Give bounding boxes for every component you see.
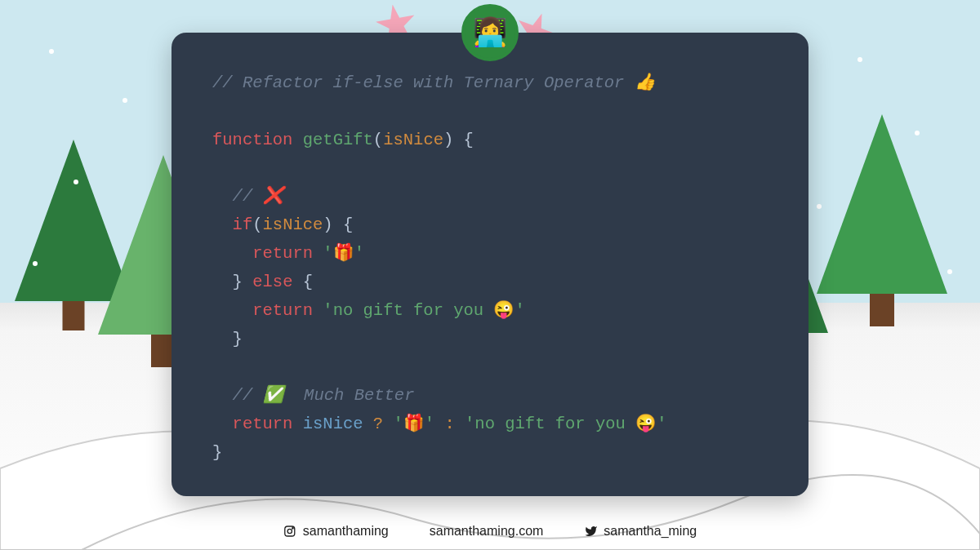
svg-point-1 — [287, 529, 292, 533]
keyword-if: if — [233, 215, 253, 234]
punct: } — [233, 330, 243, 348]
code-block: // Refactor if-else with Ternary Operato… — [212, 69, 768, 468]
twitter-handle: samantha_ming — [584, 524, 697, 539]
punct: { — [464, 131, 474, 149]
instagram-text: samanthaming — [303, 524, 389, 539]
svg-point-2 — [292, 528, 293, 529]
snowflake — [74, 180, 78, 184]
keyword-else: else — [252, 273, 292, 291]
param-name: isNice — [383, 131, 443, 149]
snowflake — [122, 98, 127, 103]
operator-q: ? — [373, 415, 383, 433]
string-gift: '🎁' — [393, 415, 434, 433]
punct: ) — [443, 131, 453, 149]
snowflake — [915, 131, 920, 135]
keyword-function: function — [212, 131, 292, 149]
website-link: samanthaming.com — [430, 524, 544, 539]
punct: ) — [323, 215, 332, 234]
string-nogift: 'no gift for you 😜' — [465, 415, 666, 433]
punct: { — [343, 215, 353, 234]
punct: ( — [252, 215, 262, 234]
function-name: getGift — [303, 131, 373, 149]
var-isnice: isNice — [303, 415, 363, 433]
comment-bad: // ❌ — [233, 187, 284, 206]
instagram-icon — [283, 525, 296, 538]
keyword-return: return — [233, 415, 293, 433]
avatar: 👩‍💻 — [461, 4, 519, 61]
snowflake — [33, 261, 38, 266]
string-gift: '🎁' — [323, 244, 364, 263]
snowflake — [817, 204, 822, 209]
code-card: 👩‍💻 // Refactor if-else with Ternary Ope… — [172, 33, 808, 496]
snowflake — [858, 57, 862, 62]
var-isnice: isNice — [263, 215, 323, 234]
operator-c: : — [444, 415, 454, 433]
comment-good: // ✅ Much Better — [233, 386, 415, 405]
snowflake — [947, 269, 952, 274]
keyword-return: return — [252, 244, 313, 263]
punct: { — [303, 273, 313, 291]
punct: } — [212, 443, 222, 462]
twitter-icon — [584, 525, 597, 538]
website-text: samanthaming.com — [430, 524, 544, 539]
snowflake — [49, 49, 54, 54]
punct: ( — [373, 131, 383, 149]
twitter-text: samantha_ming — [604, 524, 697, 539]
avatar-emoji: 👩‍💻 — [473, 16, 507, 50]
comment-title: // Refactor if-else with Ternary Operato… — [212, 73, 656, 92]
instagram-handle: samanthaming — [283, 524, 389, 539]
keyword-return: return — [252, 301, 313, 320]
tree-decoration — [817, 114, 947, 294]
string-nogift: 'no gift for you 😜' — [323, 301, 524, 320]
footer: samanthaming samanthaming.com samantha_m… — [283, 524, 697, 539]
punct: } — [233, 273, 243, 291]
